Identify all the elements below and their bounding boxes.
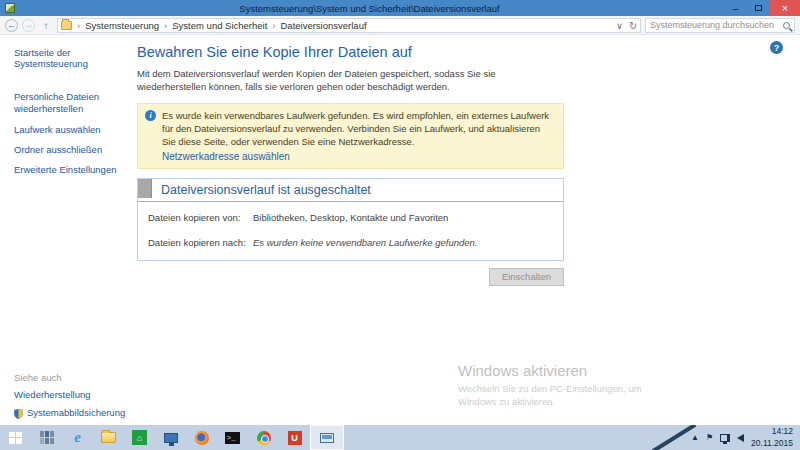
close-button[interactable]: × (770, 0, 800, 16)
minimize-button[interactable]: – (724, 0, 747, 16)
window-body: ? Startseite der Systemsteuerung Persönl… (0, 36, 800, 425)
info-icon: i (145, 110, 156, 121)
see-also-header: Siehe auch (14, 372, 144, 383)
notice-box: i Es wurde kein verwendbares Laufwerk ge… (137, 103, 564, 169)
main-content: Bewahren Sie eine Kopie Ihrer Dateien au… (137, 44, 564, 286)
sidebar-item-system-image-backup[interactable]: Systemabbildsicherung (14, 407, 144, 419)
button-row: Einschalten (137, 268, 564, 286)
forward-button[interactable]: → (22, 19, 35, 32)
sidebar-item-restore-files[interactable]: Persönliche Dateien wiederherstellen (14, 91, 132, 116)
taskbar-item-control-panel-active[interactable] (310, 425, 344, 450)
clock-time: 14:12 (751, 426, 793, 437)
status-rows: Dateien kopieren von: Bibliotheken, Desk… (138, 202, 563, 260)
watermark-subtitle: Wechseln Sie zu den PC-Einstellungen, um… (458, 382, 643, 409)
taskbar-item-store[interactable]: ⌂ (124, 425, 155, 450)
store-icon: ⌂ (132, 430, 147, 445)
back-button[interactable]: ← (5, 19, 18, 32)
status-header: Dateiversionsverlauf ist ausgeschaltet (138, 179, 563, 202)
address-bar: ← → ↑ › Systemsteuerung › System und Sic… (0, 16, 800, 35)
firefox-icon (195, 431, 209, 445)
window-controls: – × (724, 0, 800, 16)
chrome-icon (257, 431, 271, 445)
breadcrumb-separator-icon: › (75, 20, 82, 31)
sidebar-item-exclude-folders[interactable]: Ordner ausschließen (14, 144, 132, 156)
status-row-label: Dateien kopieren von: (148, 212, 253, 223)
taskbar-item-chrome[interactable] (248, 425, 279, 450)
window-title: Systemsteuerung\System und Sicherheit\Da… (15, 3, 724, 14)
page-title: Bewahren Sie eine Kopie Ihrer Dateien au… (137, 44, 564, 60)
taskbar: e ⌂ >_ U ▲ ⚑ 14:12 20.11.2015 (0, 425, 800, 450)
action-center-flag-icon[interactable]: ⚑ (706, 433, 713, 442)
computer-icon (164, 433, 178, 443)
breadcrumb[interactable]: › Systemsteuerung › System und Sicherhei… (57, 18, 641, 33)
select-network-address-link[interactable]: Netzwerkadresse auswählen (162, 151, 555, 162)
uac-shield-icon (14, 409, 23, 419)
status-row-copy-from: Dateien kopieren von: Bibliotheken, Desk… (148, 212, 553, 223)
sidebar-item-select-drive[interactable]: Laufwerk auswählen (14, 124, 132, 136)
control-panel-icon (320, 433, 334, 443)
watermark-title: Windows aktivieren (458, 362, 658, 379)
restore-icon (755, 5, 762, 11)
page-description: Mit dem Dateiversionsverlauf werden Kopi… (137, 67, 557, 94)
sidebar-item-label: Systemabbildsicherung (27, 407, 125, 419)
status-row-label: Dateien kopieren nach: (148, 237, 253, 248)
breadcrumb-separator-icon: › (270, 20, 277, 31)
tiles-icon (40, 431, 54, 444)
turn-on-button[interactable]: Einschalten (489, 268, 564, 286)
breadcrumb-dateiversionsverlauf[interactable]: Dateiversionsverlauf (281, 20, 367, 31)
breadcrumb-systemsteuerung[interactable]: Systemsteuerung (85, 20, 159, 31)
window-icon (5, 3, 15, 13)
refresh-icon[interactable]: ↻ (629, 20, 637, 31)
show-hidden-icons-icon[interactable]: ▲ (691, 433, 699, 442)
activation-watermark: Windows aktivieren Wechseln Sie zu den P… (458, 362, 658, 409)
windows-logo-icon (9, 432, 22, 444)
volume-icon[interactable] (737, 434, 744, 442)
status-row-value: Es wurden keine verwendbaren Laufwerke g… (253, 237, 477, 248)
sidebar-item-label: Wiederherstellung (14, 389, 91, 401)
internet-explorer-icon: e (74, 430, 81, 445)
wallpaper-stripe (652, 425, 697, 450)
sidebar-item-advanced-settings[interactable]: Erweiterte Einstellungen (14, 164, 132, 176)
status-row-copy-to: Dateien kopieren nach: Es wurden keine v… (148, 237, 553, 248)
sidebar-see-also: Siehe auch Wiederherstellung Systemabbil… (14, 372, 144, 426)
breadcrumb-system-und-sicherheit[interactable]: System und Sicherheit (172, 20, 267, 31)
taskbar-item-computer[interactable] (155, 425, 186, 450)
address-dropdown-icon[interactable]: ∨ (616, 20, 623, 31)
command-prompt-icon: >_ (225, 432, 240, 444)
taskbar-item-tiles[interactable] (31, 425, 62, 450)
sidebar-item-recovery[interactable]: Wiederherstellung (14, 389, 144, 401)
search-icon[interactable] (783, 22, 790, 29)
help-icon[interactable]: ? (770, 41, 783, 54)
sidebar: Startseite der Systemsteuerung Persönlic… (14, 47, 132, 185)
taskbar-item-internet-explorer[interactable]: e (62, 425, 93, 450)
sidebar-item-home[interactable]: Startseite der Systemsteuerung (14, 47, 132, 69)
start-button[interactable] (0, 425, 31, 450)
taskbar-item-red-app[interactable]: U (279, 425, 310, 450)
taskbar-clock[interactable]: 14:12 20.11.2015 (751, 426, 793, 448)
system-tray: ▲ ⚑ 14:12 20.11.2015 (691, 426, 800, 448)
up-button[interactable]: ↑ (39, 18, 53, 32)
status-panel: Dateiversionsverlauf ist ausgeschaltet D… (137, 178, 564, 261)
folder-icon (61, 21, 72, 30)
clock-date: 20.11.2015 (751, 438, 793, 449)
title-bar: Systemsteuerung\System und Sicherheit\Da… (0, 0, 800, 16)
search-box (645, 18, 795, 33)
file-explorer-icon (101, 432, 116, 443)
notice-text: Es wurde kein verwendbares Laufwerk gefu… (162, 109, 555, 148)
taskbar-item-firefox[interactable] (186, 425, 217, 450)
red-app-icon: U (288, 431, 302, 445)
status-row-value: Bibliotheken, Desktop, Kontakte und Favo… (253, 212, 448, 223)
status-title: Dateiversionsverlauf ist ausgeschaltet (161, 183, 371, 197)
breadcrumb-separator-icon: › (162, 20, 169, 31)
taskbar-item-file-explorer[interactable] (93, 425, 124, 450)
search-input[interactable] (650, 20, 783, 30)
taskbar-item-command-prompt[interactable]: >_ (217, 425, 248, 450)
drive-icon (138, 179, 152, 198)
restore-button[interactable] (747, 0, 770, 16)
